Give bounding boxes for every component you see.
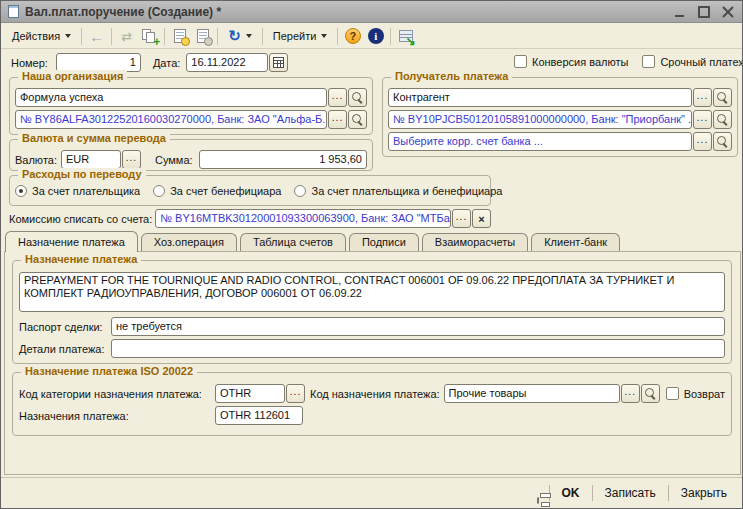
corr-account-select-button[interactable]: ...	[693, 132, 712, 151]
actions-menu-label: Действия	[12, 30, 60, 42]
date-label: Дата:	[153, 57, 180, 69]
tab-business-operation[interactable]: Хоз.операция	[141, 233, 237, 251]
commission-clear-button[interactable]: ×	[472, 209, 491, 228]
magnifier-icon	[717, 92, 728, 103]
return-label: Возврат	[684, 388, 725, 400]
purpose-code-open-button[interactable]	[641, 384, 660, 403]
footer-separator	[592, 485, 593, 501]
expenses-both-radio[interactable]	[294, 185, 306, 197]
toolbar-separator	[262, 28, 263, 45]
currency-amount-group: Валюта и сумма перевода Валюта: EUR ... …	[9, 139, 373, 171]
clear-icon: ×	[478, 213, 484, 225]
deal-passport-field[interactable]: не требуется	[111, 317, 725, 336]
window-controls	[673, 6, 735, 18]
urgent-payment-label: Срочный платеж	[660, 56, 743, 68]
tab-settlements[interactable]: Взаиморасчеты	[422, 233, 528, 251]
purpose-code-label: Код назначения платежа:	[310, 388, 440, 400]
help-button[interactable]: ?	[341, 26, 364, 47]
refresh-button[interactable]: ⇄	[115, 26, 138, 47]
structure-icon: ↘	[399, 30, 413, 42]
our-account-open-button[interactable]	[348, 110, 367, 129]
currency-conversion-checkbox[interactable]	[514, 55, 527, 68]
number-label: Номер:	[11, 57, 48, 69]
expenses-beneficiary-radio[interactable]	[153, 185, 165, 197]
currency-field[interactable]: EUR	[61, 150, 121, 169]
copy-button[interactable]: +	[138, 26, 161, 47]
category-code-field[interactable]: OTHR	[215, 384, 285, 403]
contractor-open-button[interactable]	[713, 88, 732, 107]
payee-account-open-button[interactable]	[713, 110, 732, 129]
back-icon: ←	[89, 28, 104, 45]
post-document-button[interactable]	[168, 26, 191, 47]
toolbar-separator	[390, 28, 391, 45]
toolbar-separator	[111, 28, 112, 45]
back-button[interactable]: ←	[85, 26, 108, 47]
ok-button[interactable]: OK	[557, 484, 585, 502]
iso-20022-title: Назначение платежа ISO 20022	[21, 365, 197, 377]
organization-field[interactable]: Формула успеха	[15, 88, 327, 107]
sum-field[interactable]: 1 953,60	[199, 150, 367, 169]
payment-details-field[interactable]	[111, 339, 725, 358]
chevron-down-icon	[65, 34, 71, 38]
commission-select-button[interactable]: ...	[452, 209, 471, 228]
chevron-down-icon	[246, 34, 252, 38]
tab-payment-purpose[interactable]: Назначение платежа	[5, 231, 138, 252]
tab-accounts-table[interactable]: Таблица счетов	[240, 233, 346, 251]
date-field[interactable]: 16.11.2022	[186, 53, 268, 72]
chevron-down-icon	[321, 34, 327, 38]
payee-title: Получатель платежа	[391, 70, 512, 82]
purpose-code-field[interactable]: Прочие товары	[444, 384, 620, 403]
iso-purpose-field[interactable]: OTHR 112601	[215, 406, 303, 425]
deal-passport-label: Паспорт сделки:	[19, 321, 111, 333]
our-account-field[interactable]: № BY86ALFA30122520160030270000, Банк: ЗА…	[15, 110, 327, 129]
actions-menu-button[interactable]: Действия	[5, 26, 78, 47]
magnifier-icon	[717, 136, 728, 147]
payee-account-select-button[interactable]: ...	[693, 110, 712, 129]
refresh-icon: ⇄	[121, 29, 132, 44]
minimize-button[interactable]	[673, 6, 687, 18]
magnifier-icon	[352, 114, 363, 125]
payment-purpose-textarea[interactable]: PREPAYMENT FOR THE TOURNIQUE AND RADIO C…	[19, 272, 725, 312]
post-document-icon	[174, 29, 186, 43]
corr-account-field[interactable]: Выберите корр. счет банка ...	[388, 132, 692, 151]
calendar-button[interactable]	[269, 53, 288, 72]
contractor-select-button[interactable]: ...	[693, 88, 712, 107]
structure-button[interactable]: ↘	[394, 26, 417, 47]
urgent-payment-checkbox[interactable]	[642, 55, 655, 68]
currency-amount-title: Валюта и сумма перевода	[18, 132, 170, 144]
unpost-document-button[interactable]	[191, 26, 214, 47]
close-button[interactable]: Закрыть	[676, 484, 732, 502]
purpose-code-select-button[interactable]: ...	[621, 384, 640, 403]
document-icon	[8, 5, 19, 18]
expenses-payer-label: За счет плательщика	[32, 185, 140, 197]
currency-select-button[interactable]: ...	[122, 150, 141, 169]
commission-account-field[interactable]: № BY16MTBK30120001093300063900, Банк: ЗА…	[155, 209, 451, 228]
toolbar-separator	[164, 28, 165, 45]
corr-account-open-button[interactable]	[713, 132, 732, 151]
currency-conversion-label: Конверсия валюты	[532, 56, 628, 68]
print-button[interactable]	[532, 491, 542, 495]
organization-open-button[interactable]	[348, 88, 367, 107]
commission-label: Комиссию списать со счета:	[9, 213, 152, 225]
contractor-field[interactable]: Контрагент	[388, 88, 692, 107]
window-title: Вал.плат.поручение (Создание) *	[25, 5, 221, 19]
sum-label: Сумма:	[155, 154, 193, 166]
toolbar-separator	[217, 28, 218, 45]
reread-button[interactable]: ↻	[221, 26, 259, 47]
tab-client-bank[interactable]: Клиент-банк	[531, 233, 620, 251]
expenses-payer-radio[interactable]	[15, 185, 27, 197]
footer-separator	[668, 485, 669, 501]
payment-purpose-title: Назначение платежа	[21, 253, 141, 265]
our-account-select-button[interactable]: ...	[328, 110, 347, 129]
currency-label: Валюта:	[15, 154, 57, 166]
save-button[interactable]: Записать	[600, 484, 661, 502]
return-checkbox[interactable]	[666, 387, 679, 400]
category-code-select-button[interactable]: ...	[286, 384, 305, 403]
payee-account-field[interactable]: № BY10PJCB50120105891000000000, Банк: "П…	[388, 110, 692, 129]
tab-signatures[interactable]: Подписи	[349, 233, 419, 251]
maximize-button[interactable]	[697, 6, 711, 18]
close-icon[interactable]	[721, 6, 735, 18]
go-menu-button[interactable]: Перейти	[266, 26, 335, 47]
info-button[interactable]: i	[364, 26, 387, 47]
organization-select-button[interactable]: ...	[328, 88, 347, 107]
